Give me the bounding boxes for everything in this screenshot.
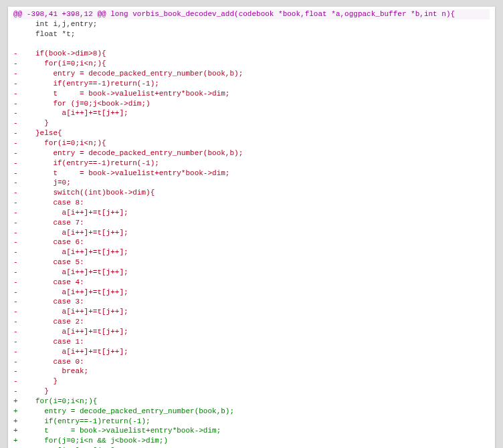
- diff-page: @@ -398,41 +398,12 @@ long vorbis_book_d…: [8, 7, 495, 448]
- diff-line-del: - if(entry==-1)return(-1);: [13, 158, 490, 169]
- diff-line-add: + if(entry==-1)return(-1);: [13, 417, 490, 427]
- diff-line-del: - case 6:: [13, 237, 490, 247]
- diff-line-del: - a[i++]+=t[j++];: [13, 307, 490, 317]
- diff-line-del: - a[i++]+=t[j++];: [13, 288, 490, 298]
- diff-line-del: - j=0;: [13, 178, 490, 188]
- diff-line-del: - a[i++]+=t[j++];: [13, 228, 490, 238]
- diff-line-add: + for(j=0;i<n && j<book->dim;): [13, 436, 490, 446]
- diff-line-del: - a[i++]+=t[j++];: [13, 267, 490, 277]
- diff-line-del: - for (j=0;j<book->dim;): [13, 99, 490, 109]
- diff-line-del: - case 3:: [13, 297, 490, 307]
- diff-line-del: - for(i=0;i<n;){: [13, 59, 490, 69]
- diff-line-del: - case 7:: [13, 218, 490, 228]
- diff-line-del: - a[i++]+=t[j++];: [13, 347, 490, 357]
- diff-line-del: - }: [13, 376, 490, 386]
- diff-line-add: + entry = decode_packed_entry_number(boo…: [13, 407, 490, 417]
- diff-line-del: - }: [13, 118, 490, 128]
- diff-line-del: - entry = decode_packed_entry_number(boo…: [13, 148, 490, 158]
- diff-line-del: - switch((int)book->dim){: [13, 188, 490, 198]
- diff-line-del: - entry = decode_packed_entry_number(boo…: [13, 69, 490, 79]
- diff-line-add: + for(i=0;i<n;){: [13, 397, 490, 407]
- diff-line-del: - case 2:: [13, 317, 490, 327]
- diff-body: int i,j,entry; float *t; - if(book->dim>…: [13, 19, 490, 448]
- diff-line-del: - }else{: [13, 128, 490, 138]
- diff-line-ctx: [13, 39, 490, 49]
- diff-line-del: - break;: [13, 366, 490, 376]
- diff-line-del: - case 0:: [13, 357, 490, 367]
- diff-line-del: - if(entry==-1)return(-1);: [13, 79, 490, 89]
- diff-line-del: - a[i++]+=t[j++];: [13, 108, 490, 118]
- diff-line-del: - t = book->valuelist+entry*book->dim;: [13, 89, 490, 99]
- diff-line-del: - a[i++]+=t[j++];: [13, 247, 490, 257]
- diff-line-del: - case 1:: [13, 337, 490, 347]
- diff-line-del: - case 8:: [13, 198, 490, 208]
- hunk-header: @@ -398,41 +398,12 @@ long vorbis_book_d…: [13, 9, 490, 19]
- diff-line-del: - case 5:: [13, 257, 490, 267]
- diff-line-del: - if(book->dim>8){: [13, 49, 490, 59]
- diff-line-ctx: float *t;: [13, 29, 490, 39]
- diff-line-del: - for(i=0;i<n;){: [13, 138, 490, 148]
- diff-line-add: + t = book->valuelist+entry*book->dim;: [13, 426, 490, 436]
- diff-line-del: - a[i++]+=t[j++];: [13, 327, 490, 337]
- diff-line-del: - case 4:: [13, 277, 490, 288]
- diff-line-del: - t = book->valuelist+entry*book->dim;: [13, 169, 490, 179]
- diff-line-del: - a[i++]+=t[j++];: [13, 208, 490, 218]
- diff-line-ctx: int i,j,entry;: [13, 19, 490, 29]
- diff-line-del: - }: [13, 386, 490, 397]
